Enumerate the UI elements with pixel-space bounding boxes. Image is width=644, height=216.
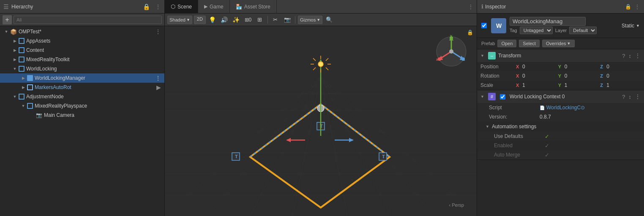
hierarchy-header: ☰ Hierarchy 🔒 ⋮ xyxy=(0,0,164,14)
inspector-more-icon[interactable]: ⋮ xyxy=(635,4,640,10)
wlc-header[interactable]: ▼ # World Locking Context 0 ? ↕ ⋮ xyxy=(477,90,644,103)
rotation-z-field[interactable]: Z 0 xyxy=(598,73,641,79)
fold-arrow xyxy=(12,57,18,62)
object-icon xyxy=(19,66,25,72)
item-label: Content xyxy=(26,47,44,53)
wlc-help-icon[interactable]: ? xyxy=(622,94,625,100)
use-defaults-check-icon: ✓ xyxy=(545,133,549,140)
add-button[interactable]: + xyxy=(3,15,12,24)
light-icon-button[interactable]: 💡 xyxy=(207,15,218,25)
tab-more-button[interactable]: ⋮ xyxy=(468,4,477,10)
more-button[interactable] xyxy=(155,28,161,35)
x-axis-label: X xyxy=(516,64,521,69)
search-scene-button[interactable]: 🔍 xyxy=(324,15,334,25)
camera-align-button[interactable]: 📷 xyxy=(282,15,292,25)
scale-x-field[interactable]: X 1 xyxy=(514,82,557,88)
inspector-header: ℹ Inspector 🔒 ⋮ xyxy=(477,0,644,14)
scene-viewport[interactable]: T T T xyxy=(165,26,477,216)
search-input[interactable] xyxy=(14,16,162,24)
audio-icon-button[interactable]: 🔊 xyxy=(219,15,229,25)
item-label: MarkersAutoRot xyxy=(35,84,71,90)
item-label: OMPTest* xyxy=(19,29,41,35)
svg-point-33 xyxy=(318,62,323,67)
scale-y-field[interactable]: Y 1 xyxy=(557,82,599,88)
tree-item-mixedrealitytoolkit[interactable]: MixedRealityToolkit xyxy=(0,55,164,64)
transform-help-icon[interactable]: ? xyxy=(622,53,625,59)
z-axis-label: Z xyxy=(600,73,605,78)
tree-item-markersautorot[interactable]: MarkersAutoRot ▶ xyxy=(0,83,164,92)
tree-item-adjustmentnode[interactable]: AdjustmentNode xyxy=(0,92,164,101)
wlc-more-icon[interactable]: ⋮ xyxy=(635,93,641,100)
automation-title: Automation settings xyxy=(492,124,536,130)
inspector-lock-icon[interactable]: 🔒 xyxy=(625,4,631,10)
rotation-x-field[interactable]: X 0 xyxy=(514,73,557,79)
item-label: WorldLockingManager xyxy=(35,75,85,81)
svg-point-55 xyxy=(461,57,465,61)
rotation-y-value: 0 xyxy=(565,73,568,79)
svg-point-53 xyxy=(450,36,453,40)
wlc-enabled-checkbox[interactable] xyxy=(500,94,505,100)
fold-arrow xyxy=(12,38,18,44)
script-label: Script xyxy=(489,105,540,111)
tree-item-appassets[interactable]: AppAssets xyxy=(0,36,164,46)
2d-button[interactable]: 2D xyxy=(194,16,206,24)
enabled-row: Enabled ✓ xyxy=(477,141,644,150)
tab-asset-store[interactable]: 🏪 Asset Store xyxy=(230,0,277,14)
more-button[interactable]: ▶ xyxy=(156,84,161,91)
layer-select[interactable]: Default xyxy=(569,27,597,34)
tag-select[interactable]: Untagged xyxy=(520,27,553,34)
overrides-button[interactable]: Overrides ▼ xyxy=(542,40,575,47)
tab-game[interactable]: ▶ Game xyxy=(198,0,230,14)
move-icon-button[interactable]: ✂ xyxy=(270,15,281,25)
object-name-input[interactable] xyxy=(510,17,586,26)
z-axis-label: Z xyxy=(600,64,605,69)
position-x-field[interactable]: X 0 xyxy=(514,64,557,70)
stats-icon-button[interactable]: ⊞0 xyxy=(243,15,253,25)
version-label: Version: xyxy=(489,114,540,120)
object-enabled-checkbox[interactable] xyxy=(481,23,487,28)
tab-scene[interactable]: ⬡ Scene xyxy=(165,0,198,14)
chevron-down-icon-3: ▼ xyxy=(567,41,571,46)
static-dropdown-icon[interactable]: ▼ xyxy=(636,24,640,28)
wlc-actions: ? ↕ ⋮ xyxy=(622,93,641,100)
tree-item-worldlockingmanager[interactable]: WorldLockingManager xyxy=(0,73,164,83)
tree-item-omptest[interactable]: 📦 OMPTest* xyxy=(0,27,164,36)
scale-z-field[interactable]: Z 1 xyxy=(598,82,641,88)
fold-arrow xyxy=(12,94,18,100)
tree-item-maincamera[interactable]: 📷 Main Camera xyxy=(0,111,164,120)
object-icon xyxy=(19,57,25,62)
select-prefab-button[interactable]: Select xyxy=(519,40,540,47)
rotation-y-field[interactable]: Y 0 xyxy=(557,73,599,79)
position-z-field[interactable]: Z 0 xyxy=(598,64,641,70)
wlc-align-icon[interactable]: ↕ xyxy=(629,94,632,100)
gizmos-dropdown[interactable]: Gizmos ▼ xyxy=(298,16,322,24)
transform-icon: ↔ xyxy=(488,52,496,59)
transform-header[interactable]: ▼ ↔ Transform ? ↕ ⋮ xyxy=(477,49,644,62)
static-row: Static ▼ xyxy=(622,23,640,29)
open-prefab-button[interactable]: Open xyxy=(497,40,516,47)
grid-icon-button[interactable]: ⊞ xyxy=(255,15,265,25)
viewport-lock-icon: 🔒 xyxy=(467,30,473,35)
effects-icon-button[interactable]: ✨ xyxy=(231,15,241,25)
use-defaults-label: Use Defaults xyxy=(494,133,545,139)
hierarchy-toolbar: + xyxy=(0,14,164,26)
more-button[interactable] xyxy=(155,75,161,81)
world-locking-context-section: ▼ # World Locking Context 0 ? ↕ ⋮ Script… xyxy=(477,90,644,160)
item-label: WorldLocking xyxy=(26,66,57,72)
tree-item-content[interactable]: Content xyxy=(0,46,164,55)
position-y-field[interactable]: Y 0 xyxy=(557,64,599,70)
automation-fold-icon: ▼ xyxy=(486,124,489,129)
script-value[interactable]: 📄 WorldLockingC⊙ xyxy=(540,105,585,111)
transform-align-icon[interactable]: ↕ xyxy=(629,53,632,59)
shading-dropdown[interactable]: Shaded ▼ xyxy=(167,16,192,24)
persp-label: ‹ Persp xyxy=(449,202,464,208)
transform-more-icon[interactable]: ⋮ xyxy=(635,52,641,59)
tree-item-worldlocking[interactable]: WorldLocking xyxy=(0,64,164,73)
scale-x-value: 1 xyxy=(522,82,525,88)
automation-settings-header[interactable]: ▼ Automation settings xyxy=(477,122,644,132)
tree-item-mixedrealityplayspace[interactable]: MixedRealityPlayspace xyxy=(0,101,164,111)
static-label: Static xyxy=(622,23,634,29)
transform-component: ▼ ↔ Transform ? ↕ ⋮ Position X 0 Y 0 Z 0 xyxy=(477,49,644,90)
fold-arrow xyxy=(20,84,26,90)
scene-toolbar: Shaded ▼ 2D 💡 🔊 ✨ ⊞0 ⊞ ✂ 📷 Gizmos ▼ 🔍 xyxy=(165,14,477,26)
